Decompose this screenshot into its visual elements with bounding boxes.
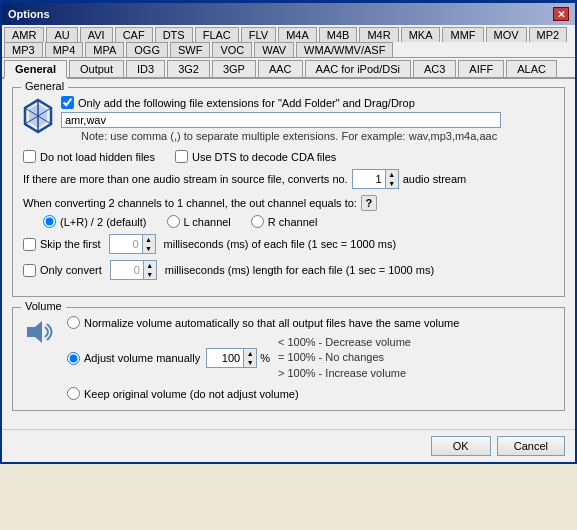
add-folder-content: Only add the following file extensions f… (61, 96, 554, 142)
tab-flac[interactable]: FLAC (195, 27, 239, 42)
skip-first-spinner[interactable]: ▲ ▼ (109, 234, 156, 254)
format-tabs-row: AMR AU AVI CAF DTS FLAC FLV M4A M4B M4R … (2, 25, 575, 58)
keep-original-row: Keep original volume (do not adjust volu… (67, 387, 554, 400)
tab-mp3[interactable]: MP3 (4, 42, 43, 57)
cancel-button[interactable]: Cancel (497, 436, 565, 456)
tab-mmf[interactable]: MMF (442, 27, 483, 42)
tab-aac[interactable]: AAC (258, 60, 303, 77)
audio-stream-label: If there are more than one audio stream … (23, 173, 348, 185)
tab-voc[interactable]: VOC (212, 42, 252, 57)
dts-checkbox[interactable] (175, 150, 188, 163)
only-convert-up[interactable]: ▲ (144, 261, 156, 270)
app-logo-icon (23, 98, 53, 136)
tab-wma[interactable]: WMA/WMV/ASF (296, 42, 393, 57)
tab-dts[interactable]: DTS (155, 27, 193, 42)
tab-mp2[interactable]: MP2 (529, 27, 568, 42)
tab-mpa[interactable]: MPA (85, 42, 124, 57)
volume-notes: < 100% - Decrease volume = 100% - No cha… (278, 335, 411, 381)
channel-lr-row: (L+R) / 2 (default) (43, 215, 147, 228)
tab-caf[interactable]: CAF (115, 27, 153, 42)
tab-mp4[interactable]: MP4 (45, 42, 84, 57)
tab-aac-ipod[interactable]: AAC for iPod/DSi (305, 60, 411, 77)
audio-stream-spinner[interactable]: ▲ ▼ (352, 169, 399, 189)
add-folder-checkbox[interactable] (61, 96, 74, 109)
title-bar: Options ✕ (2, 3, 575, 25)
ok-button[interactable]: OK (431, 436, 491, 456)
audio-stream-up[interactable]: ▲ (386, 170, 398, 179)
normalize-radio[interactable] (67, 316, 80, 329)
tab-3gp[interactable]: 3GP (212, 60, 256, 77)
volume-note-3: > 100% - Increase volume (278, 366, 411, 381)
tab-amr[interactable]: AMR (4, 27, 44, 42)
only-convert-input[interactable] (111, 261, 143, 279)
general-group: General Only add the following fi (12, 87, 565, 297)
channel-l-radio[interactable] (167, 215, 180, 228)
tab-ogg[interactable]: OGG (126, 42, 168, 57)
skip-first-up[interactable]: ▲ (143, 235, 155, 244)
channel-lr-radio[interactable] (43, 215, 56, 228)
adjust-radio[interactable] (67, 352, 80, 365)
tab-m4b[interactable]: M4B (319, 27, 358, 42)
skip-first-label: Skip the first (40, 238, 101, 250)
tab-flv[interactable]: FLV (241, 27, 276, 42)
skip-first-row: Skip the first ▲ ▼ milliseconds (ms) of … (23, 234, 554, 254)
adjust-down[interactable]: ▼ (244, 358, 256, 367)
only-convert-spin-btns: ▲ ▼ (143, 261, 156, 279)
tab-aiff[interactable]: AIFF (458, 60, 504, 77)
only-convert-checkbox[interactable] (23, 264, 36, 277)
keep-original-label: Keep original volume (do not adjust volu… (84, 388, 299, 400)
close-button[interactable]: ✕ (553, 7, 569, 21)
adjust-spinner[interactable]: ▲ ▼ (206, 348, 257, 368)
tab-general[interactable]: General (4, 60, 67, 79)
tab-mov[interactable]: MOV (486, 27, 527, 42)
volume-icon (23, 316, 55, 354)
extensions-input[interactable] (61, 112, 501, 128)
tab-avi[interactable]: AVI (80, 27, 113, 42)
channel-lr-label: (L+R) / 2 (default) (60, 216, 147, 228)
tab-wav[interactable]: WAV (254, 42, 294, 57)
main-content: General Only add the following fi (2, 79, 575, 429)
tab-swf[interactable]: SWF (170, 42, 210, 57)
only-convert-label: Only convert (40, 264, 102, 276)
audio-stream-row: If there are more than one audio stream … (23, 169, 554, 189)
tab-id3[interactable]: ID3 (126, 60, 165, 77)
volume-group: Volume Normalize volume automatically so… (12, 307, 565, 411)
tab-au[interactable]: AU (46, 27, 77, 42)
volume-note-1: < 100% - Decrease volume (278, 335, 411, 350)
adjust-spin-btns: ▲ ▼ (243, 349, 256, 367)
hidden-files-checkbox[interactable] (23, 150, 36, 163)
skip-first-checkbox[interactable] (23, 238, 36, 251)
tab-ac3[interactable]: AC3 (413, 60, 456, 77)
help-button[interactable]: ? (361, 195, 377, 211)
adjust-radio-row: Adjust volume manually (67, 352, 200, 365)
audio-stream-down[interactable]: ▼ (386, 179, 398, 188)
adjust-up[interactable]: ▲ (244, 349, 256, 358)
add-folder-row: Only add the following file extensions f… (23, 96, 554, 142)
tab-alac[interactable]: ALAC (506, 60, 557, 77)
channel-label-row: When converting 2 channels to 1 channel,… (23, 195, 554, 211)
general-group-title: General (21, 80, 68, 92)
adjust-pct: % (260, 352, 270, 364)
add-folder-label: Only add the following file extensions f… (78, 97, 415, 109)
tab-output[interactable]: Output (69, 60, 124, 77)
audio-stream-spin-btns: ▲ ▼ (385, 170, 398, 188)
only-convert-spinner[interactable]: ▲ ▼ (110, 260, 157, 280)
tab-m4a[interactable]: M4A (278, 27, 317, 42)
adjust-input[interactable] (207, 349, 243, 367)
options-dialog: Options ✕ AMR AU AVI CAF DTS FLAC FLV M4… (0, 0, 577, 464)
channel-label: When converting 2 channels to 1 channel,… (23, 197, 357, 209)
extensions-note: Note: use comma (,) to separate multiple… (81, 130, 554, 142)
skip-first-input[interactable] (110, 235, 142, 253)
keep-original-radio[interactable] (67, 387, 80, 400)
extensions-row (61, 112, 554, 128)
skip-first-down[interactable]: ▼ (143, 244, 155, 253)
audio-stream-input[interactable] (353, 170, 385, 188)
only-convert-down[interactable]: ▼ (144, 270, 156, 279)
channel-r-radio[interactable] (251, 215, 264, 228)
tab-3g2[interactable]: 3G2 (167, 60, 210, 77)
tab-mka[interactable]: MKA (401, 27, 441, 42)
channel-l-row: L channel (167, 215, 231, 228)
tab-m4r[interactable]: M4R (359, 27, 398, 42)
dts-label: Use DTS to decode CDA files (192, 151, 336, 163)
volume-note-2: = 100% - No changes (278, 350, 411, 365)
